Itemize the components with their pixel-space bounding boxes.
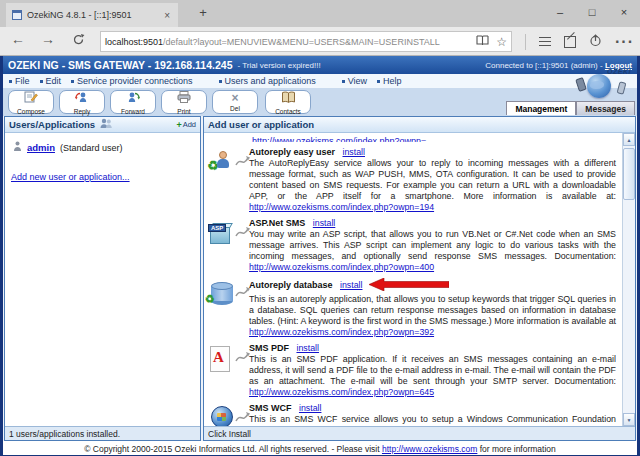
install-link[interactable]: install (343, 147, 366, 157)
new-tab-button[interactable]: + (192, 5, 214, 20)
user-icon (13, 141, 22, 154)
cable-icon (235, 409, 251, 426)
user-row-admin: admin (Standard user) (13, 141, 200, 154)
scroll-up-icon[interactable]: ▲ (623, 133, 635, 146)
install-status-bar: Click Install (204, 426, 635, 440)
maximize-button[interactable]: □ (576, 0, 608, 27)
add-new-user-link[interactable]: Add new user or application... (11, 172, 200, 182)
copyright-text: © Copyright 2000-2015 Ozeki Informatics … (84, 444, 382, 454)
clipped-previous-item: http://www.ozekisms.com/index.php?owpn=.… (252, 133, 622, 142)
add-user-button[interactable]: + Add (176, 120, 196, 130)
phone-icon (575, 77, 587, 92)
plus-icon: + (176, 120, 181, 130)
info-link[interactable]: http://www.ozekisms.com/index.php?owpn=4… (249, 262, 434, 272)
ozeki-logo-text: OZEKI (607, 68, 631, 75)
install-link[interactable]: install (296, 343, 319, 353)
favicon-icon (12, 10, 22, 20)
minimize-button[interactable]: – (544, 0, 576, 27)
app-item-text: SMS PDF install This is an SMS PDF appli… (249, 343, 616, 398)
info-link[interactable]: http://www.ozekisms.com/index.php?owpn=3… (249, 327, 434, 337)
main-content: Users/Applications + Add admin (Standard… (3, 116, 637, 441)
application-list: http://www.ozekisms.com/index.php?owpn=.… (204, 133, 622, 426)
menu-service-provider-connections[interactable]: Service provider connections (71, 76, 193, 86)
url-path: /default?layout=MENUVIEW&MENU=USERS&MAIN… (163, 37, 476, 47)
scroll-down-icon[interactable]: ▼ (623, 413, 635, 426)
pdf-icon: A (207, 346, 237, 374)
install-link[interactable]: install (340, 280, 363, 290)
menu-bar: File Edit Service provider connections U… (3, 74, 637, 88)
users-panel-title: Users/Applications (9, 119, 95, 130)
app-item-title: ASP.Net SMS (249, 218, 305, 228)
clipped-link[interactable]: http://www.ozekisms.com/index.php?owpn=.… (252, 136, 434, 142)
app-item-description: This is an SMS PDF application. If it re… (249, 354, 616, 386)
info-link[interactable]: http://www.ozekisms.com/index.php?owpn=1… (249, 202, 434, 212)
install-link[interactable]: install (313, 218, 336, 228)
app-item-description: This is an autoreply application, that a… (249, 294, 616, 326)
click-install-hint: Click Install (208, 429, 251, 439)
browser-actions: ··· (525, 31, 634, 52)
info-link[interactable]: http://www.ozekisms.com/index.php?owpn=6… (249, 387, 434, 397)
user-type-label: (Standard user) (60, 143, 123, 153)
cable-icon (235, 153, 251, 171)
print-icon (177, 89, 191, 107)
delete-button[interactable]: × Del (212, 90, 258, 114)
install-link[interactable]: install (299, 403, 322, 413)
admin-user-link[interactable]: admin (27, 142, 55, 153)
url-host: localhost:9501 (105, 37, 163, 47)
divider (525, 34, 526, 50)
app-item-sms-wcf: WCF SMS WCF install This is an SMS WCF s… (207, 403, 616, 426)
scrollbar[interactable]: ▲ ▼ (622, 133, 635, 426)
users-applications-panel: Users/Applications + Add admin (Standard… (4, 116, 201, 441)
menu-help[interactable]: Help (377, 76, 402, 86)
web-note-icon[interactable] (564, 36, 576, 48)
app-item-description: You may write an ASP script, that allows… (249, 229, 616, 261)
compose-icon (24, 89, 38, 107)
favorites-star-icon[interactable]: ☆ (496, 35, 507, 49)
back-icon[interactable]: ← (8, 31, 28, 47)
add-application-header: Add user or application (204, 117, 635, 133)
view-tabs: Management Messages (506, 101, 635, 115)
forward-button[interactable]: Forward (110, 90, 156, 114)
print-button[interactable]: Print (161, 90, 207, 114)
tab-title: OzekiNG 4.8.1 - [::1]:9501 (27, 10, 157, 20)
window-controls: – □ × (544, 0, 640, 27)
forward-icon (126, 89, 140, 107)
browser-tab[interactable]: OzekiNG 4.8.1 - [::1]:9501 × (6, 3, 178, 27)
app-item-title: SMS WCF (249, 403, 292, 413)
app-item-title: Autoreply database (249, 280, 333, 290)
app-item-title: SMS PDF (249, 343, 289, 353)
scroll-thumb[interactable] (623, 148, 635, 200)
reply-button[interactable]: Reply (59, 90, 105, 114)
menu-users-and-applications[interactable]: Users and applications (219, 76, 316, 86)
menu-file[interactable]: File (9, 76, 30, 86)
forward-icon[interactable]: → (38, 31, 58, 47)
ozekisms-link[interactable]: http://www.ozekisms.com (382, 444, 477, 454)
more-icon[interactable]: ··· (615, 33, 634, 51)
address-bar[interactable]: localhost:9501 /default?layout=MENUVIEW&… (100, 31, 512, 52)
tab-messages[interactable]: Messages (576, 101, 635, 115)
contacts-button[interactable]: Contacts (265, 90, 311, 114)
copyright-text-after: for more information (477, 444, 555, 454)
app-item-text: Autoreply easy user install The AutoRepl… (249, 147, 616, 213)
tab-close-icon[interactable]: × (162, 10, 172, 21)
close-button[interactable]: × (608, 0, 640, 27)
reply-icon (75, 89, 89, 107)
hub-icon[interactable] (539, 37, 551, 46)
compose-button[interactable]: Compose (8, 90, 54, 114)
ozeki-logo: OZEKI (573, 68, 631, 100)
menu-view[interactable]: View (342, 76, 367, 86)
app-item-description: The AutoReplyEasy service allows your to… (249, 158, 616, 201)
asp-icon: ASP (207, 221, 237, 249)
trial-notice: - Trial version expired!!! (237, 61, 320, 70)
bullet-icon (377, 80, 380, 83)
tab-management[interactable]: Management (506, 101, 576, 115)
database-icon: ♻ (207, 281, 237, 309)
app-item-description: This is an SMS WCF service allows you to… (249, 414, 616, 426)
reading-view-icon[interactable] (476, 35, 489, 48)
refresh-icon[interactable] (68, 33, 88, 49)
share-icon[interactable] (589, 33, 602, 51)
menu-edit[interactable]: Edit (40, 76, 62, 86)
users-list: admin (Standard user) Add new user or ap… (5, 133, 200, 426)
cable-icon (235, 224, 251, 242)
add-application-title: Add user or application (208, 119, 314, 130)
